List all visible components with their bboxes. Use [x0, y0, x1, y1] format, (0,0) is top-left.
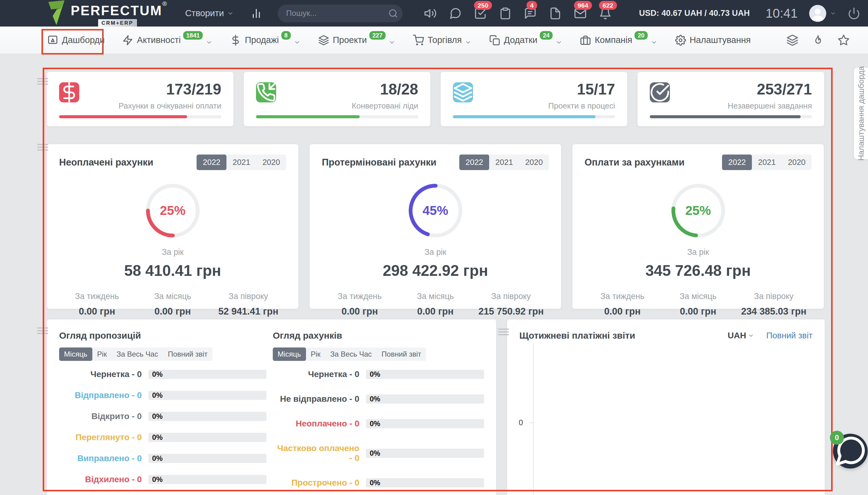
power-icon — [848, 7, 861, 20]
nav-badge: 1841 — [183, 31, 203, 40]
chevron-down-icon — [830, 10, 836, 16]
tab-month[interactable]: Місяць — [273, 347, 306, 361]
nav-item-trade[interactable]: Торгівля — [413, 35, 471, 46]
mail-badge: 964 — [574, 1, 592, 10]
search-input[interactable] — [286, 8, 388, 18]
search-icon[interactable] — [388, 8, 398, 18]
nav-right-icons — [786, 34, 850, 46]
chart-y-tick — [530, 423, 534, 423]
currency-select[interactable]: UAH — [728, 331, 754, 340]
status-label: Прострочено - 0 — [273, 478, 359, 488]
drag-handle[interactable] — [498, 328, 509, 335]
brand-subtitle: CRM+ERP — [98, 19, 137, 27]
tab-2022[interactable]: 2022 — [722, 155, 752, 170]
status-row: Не відправлено - 00% — [273, 394, 484, 404]
kpi-label: Конвертовані ліди — [352, 101, 418, 110]
chat-button[interactable] — [449, 7, 462, 20]
sound-toggle-button[interactable] — [424, 7, 437, 20]
status-label: Виправлено - 0 — [59, 454, 142, 463]
favorites-button[interactable] — [837, 34, 850, 46]
chevron-down-icon — [227, 10, 234, 17]
tab-all-time[interactable]: За Весь Час — [111, 347, 163, 361]
kpi-card-unfinished-tasks: 253/271 Незавершені завдання — [638, 72, 824, 126]
drag-handle[interactable] — [37, 327, 48, 334]
logo[interactable]: PERFECTUM® CRM+ERP — [47, 0, 167, 27]
tab-all-time[interactable]: За Весь Час — [325, 347, 377, 361]
widgets-button[interactable] — [786, 34, 799, 46]
kpi-card-converted-leads: 18/28 Конвертовані ліди — [244, 72, 430, 126]
status-bar: 0% — [149, 370, 266, 379]
status-row: Відхилено - 00% — [59, 475, 267, 484]
clipboard-icon — [499, 7, 512, 20]
col-label: За півроку — [736, 292, 812, 301]
tab-year[interactable]: Рік — [306, 347, 326, 361]
chat-fab-button[interactable]: 0 — [833, 434, 868, 468]
kpi-value: 15/17 — [577, 81, 615, 98]
nav-label: Налаштування — [690, 35, 751, 45]
mail-button[interactable]: 964 — [574, 7, 587, 20]
status-row: Відкрито - 00% — [59, 411, 267, 421]
clipboard-button[interactable] — [499, 7, 512, 20]
donut-percent: 45% — [406, 182, 465, 240]
chevron-down-icon — [294, 39, 300, 46]
star-icon — [837, 34, 850, 46]
flame-icon — [812, 34, 824, 46]
col-value: 0.00 грн — [322, 306, 397, 317]
dashboard-settings-tab[interactable]: Налаштування дашборда — [854, 68, 868, 159]
progress-bar — [650, 115, 812, 118]
tab-2020[interactable]: 2020 — [519, 155, 549, 170]
user-menu[interactable] — [809, 5, 836, 22]
status-row: Неоплачено - 00% — [273, 419, 484, 429]
tab-2022[interactable]: 2022 — [196, 155, 226, 170]
documents-button[interactable] — [549, 7, 562, 20]
nav-item-dashboards[interactable]: Дашборди — [47, 35, 105, 46]
nav-item-addons[interactable]: Додатки 24 — [489, 35, 562, 46]
col-value: 0.00 грн — [585, 306, 660, 317]
col-label: За тиждень — [585, 292, 660, 301]
tab-2021[interactable]: 2021 — [489, 155, 519, 170]
full-report-link[interactable]: Повний звіт — [766, 331, 813, 340]
copy-icon — [489, 35, 500, 46]
tab-month[interactable]: Місяць — [59, 347, 92, 361]
drag-handle[interactable] — [37, 144, 48, 151]
status-row: Чернетка - 00% — [59, 370, 267, 379]
tab-2021[interactable]: 2021 — [226, 155, 256, 170]
comments-button[interactable]: 4 — [524, 7, 537, 20]
logout-button[interactable] — [848, 7, 861, 20]
period-label: За рік — [322, 248, 549, 257]
tab-2021[interactable]: 2021 — [752, 155, 782, 170]
tasks-button[interactable]: 250 — [474, 7, 487, 20]
tab-2022[interactable]: 2022 — [459, 155, 489, 170]
nav-label: Додатки — [504, 35, 537, 45]
nav-item-activities[interactable]: Активності 1841 — [122, 35, 212, 46]
nav-item-company[interactable]: Компанія 20 — [580, 35, 657, 46]
nav-item-sales[interactable]: Продажі 8 — [230, 35, 300, 46]
nav-label: Компанія — [595, 35, 632, 45]
chat-badge: 0 — [830, 431, 844, 445]
hot-button[interactable] — [812, 34, 824, 46]
chevron-down-icon — [556, 39, 562, 46]
tab-2020[interactable]: 2020 — [782, 155, 812, 170]
year-tabs: 2022 2021 2020 — [722, 155, 812, 170]
status-row: Виправлено - 00% — [59, 454, 267, 463]
col-label: За місяць — [660, 292, 736, 301]
period-label: За рік — [585, 248, 812, 257]
donut-row: Неоплачені рахунки 2022 2021 2020 25% За… — [47, 144, 824, 309]
overview-card: Огляд пропозицій Місяць Рік За Весь Час … — [47, 320, 496, 495]
tab-year[interactable]: Рік — [92, 347, 112, 361]
invoices-overview: Огляд рахунків Місяць Рік За Весь Час По… — [273, 330, 484, 495]
drag-handle[interactable] — [37, 78, 48, 85]
create-button[interactable]: Створити — [185, 8, 234, 18]
status-label: Чернетка - 0 — [59, 370, 142, 379]
year-amount: 58 410.41 грн — [59, 262, 286, 279]
notifications-button[interactable]: 622 — [599, 7, 612, 20]
statistics-button[interactable] — [250, 7, 262, 19]
tab-2020[interactable]: 2020 — [256, 155, 286, 170]
tab-full-report[interactable]: Повний звіт — [163, 347, 212, 361]
year-tabs: 2022 2021 2020 — [196, 155, 286, 170]
nav-item-projects[interactable]: Проекти 227 — [318, 35, 395, 46]
tab-full-report[interactable]: Повний звіт — [377, 347, 426, 361]
status-row: Переглянуто - 00% — [59, 432, 267, 442]
nav-item-settings[interactable]: Налаштування — [675, 35, 751, 46]
status-bar: 0% — [149, 391, 266, 400]
